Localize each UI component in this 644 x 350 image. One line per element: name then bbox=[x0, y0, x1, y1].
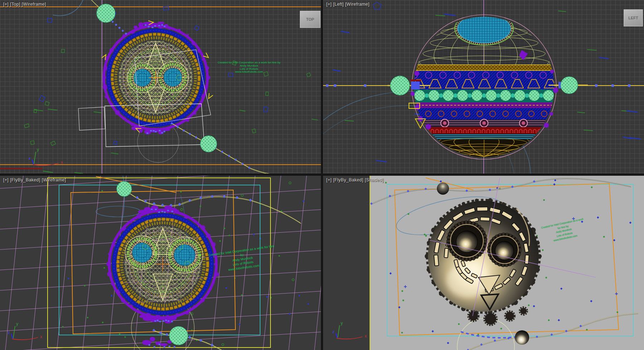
world-axis-gizmo: yxz bbox=[29, 147, 63, 165]
viewport-label-flyby-wireframe: [+] [FlyBy_Baked] [Wireframe] bbox=[3, 178, 66, 183]
viewport-label-flyby-shaded: [+] [FlyBy_Baked] [Shaded] bbox=[326, 178, 384, 183]
wireframe-sphere-model bbox=[106, 205, 219, 324]
svg-text:z: z bbox=[29, 156, 31, 160]
svg-text:x: x bbox=[365, 334, 367, 339]
svg-text:z: z bbox=[332, 330, 335, 334]
camera-axis-gizmo: yxz bbox=[332, 321, 367, 339]
viewport-menu-shading[interactable]: [Wireframe] bbox=[42, 178, 66, 183]
viewcube-left[interactable]: LEFT bbox=[624, 9, 643, 26]
left-scene-root bbox=[323, 0, 644, 174]
flyby-shaded-scene: yxz bbox=[323, 176, 644, 350]
svg-text:x: x bbox=[40, 334, 42, 339]
viewport-menu-general[interactable]: [+] bbox=[326, 178, 332, 183]
left-view-sphere-model bbox=[406, 12, 565, 174]
viewport-menu-general[interactable]: [+] bbox=[3, 2, 9, 7]
viewport-label-top: [+] [Top] [Wireframe] bbox=[3, 2, 46, 7]
viewport-menu-shading[interactable]: [Wireframe] bbox=[345, 2, 370, 7]
svg-text:x: x bbox=[61, 160, 63, 165]
viewcube-top[interactable]: TOP bbox=[300, 11, 321, 28]
top-view-scene: yxz bbox=[0, 0, 321, 174]
flyby-shaded-root: yxz bbox=[332, 176, 644, 350]
viewport-menu-shading[interactable]: [Wireframe] bbox=[22, 2, 46, 7]
viewport-left[interactable]: [+] [Left] [Wireframe] LEFT bbox=[323, 0, 644, 174]
viewport-menu-pov[interactable]: [FlyBy_Baked] bbox=[10, 178, 40, 183]
viewport-quad: yxz [+] [Top] [Wireframe] TOP Created fo… bbox=[0, 0, 644, 350]
flyby-wireframe-scene: yxz bbox=[0, 176, 321, 350]
viewport-flyby-shaded[interactable]: yxz [+] [FlyBy_Baked] [Shaded] Created f… bbox=[323, 176, 644, 350]
viewport-menu-pov[interactable]: [FlyBy_Baked] bbox=[333, 178, 364, 183]
top-scene-root: yxz bbox=[0, 0, 321, 174]
viewport-menu-pov[interactable]: [Top] bbox=[10, 2, 20, 7]
shaded-eye bbox=[447, 221, 487, 261]
viewport-label-left: [+] [Left] [Wireframe] bbox=[326, 2, 370, 7]
viewport-menu-general[interactable]: [+] bbox=[3, 178, 9, 183]
svg-text:y: y bbox=[37, 147, 39, 152]
svg-text:y: y bbox=[341, 321, 343, 326]
shaded-eye bbox=[488, 233, 521, 267]
viewport-menu-pov[interactable]: [Left] bbox=[333, 2, 344, 7]
svg-text:z: z bbox=[8, 330, 10, 335]
viewport-top[interactable]: yxz [+] [Top] [Wireframe] TOP Created fo… bbox=[0, 0, 321, 174]
left-view-scene bbox=[323, 0, 644, 174]
svg-text:y: y bbox=[16, 321, 18, 326]
viewport-menu-general[interactable]: [+] bbox=[326, 2, 332, 7]
viewport-menu-shading[interactable]: [Shaded] bbox=[365, 178, 384, 183]
flyby-wire-root: yxz bbox=[0, 176, 321, 350]
viewport-flyby-wireframe[interactable]: yxz [+] [FlyBy_Baked] [Wireframe] Create… bbox=[0, 176, 321, 350]
